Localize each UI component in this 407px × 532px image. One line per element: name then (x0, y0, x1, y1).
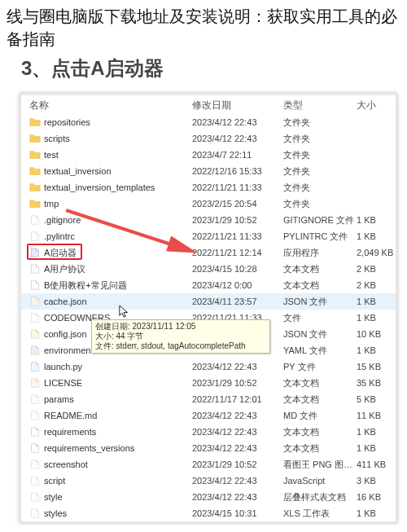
json-icon (29, 296, 41, 307)
file-name: textual_inversion (44, 166, 112, 176)
file-row[interactable]: screenshot 2023/1/29 10:52 看图王 PNG 图片… 4… (21, 456, 396, 473)
folder-icon (29, 117, 41, 128)
file-list: repositories 2023/4/12 22:43 文件夹 scripts… (21, 114, 396, 521)
file-row[interactable]: textual_inversion 2022/12/16 15:33 文件夹 (21, 163, 396, 179)
file-row[interactable]: scripts 2023/4/12 22:43 文件夹 (21, 130, 396, 147)
file-icon (29, 508, 41, 519)
file-type: YAML 文件 (283, 345, 357, 357)
file-name: requirements (44, 427, 96, 437)
file-size: 35 KB (357, 378, 397, 388)
file-name: .pylintrc (44, 231, 75, 241)
file-type: 文件夹 (283, 182, 357, 194)
file-icon (29, 459, 41, 470)
file-row[interactable]: params 2022/11/17 12:01 文本文档 5 KB (21, 391, 396, 407)
file-row[interactable]: script 2023/4/12 22:43 JavaScript 3 KB (21, 473, 396, 489)
col-header-size[interactable]: 大小 (357, 99, 391, 112)
file-row[interactable]: style 2023/4/12 22:43 层叠样式表文档 16 KB (21, 489, 396, 505)
file-date: 2023/4/15 10:28 (192, 264, 283, 274)
col-header-date[interactable]: 修改日期 (192, 99, 283, 112)
file-type: 文本文档 (283, 426, 357, 438)
file-row[interactable]: README.md 2023/4/12 22:43 MD 文件 11 KB (21, 407, 396, 424)
file-size: 11 KB (357, 411, 397, 420)
file-size: 2 KB (357, 280, 392, 290)
file-type: GITIGNORE 文件 (283, 214, 357, 226)
file-type: 看图王 PNG 图片… (283, 459, 357, 471)
file-size: 411 KB (357, 459, 399, 469)
explorer-window: 名称 修改日期 类型 大小 repositories 2023/4/12 22:… (18, 91, 399, 525)
file-name: textual_inversion_templates (44, 182, 155, 192)
file-name: launch.py (44, 362, 82, 372)
file-icon (29, 491, 41, 503)
file-type: 文本文档 (283, 279, 357, 292)
column-header-row: 名称 修改日期 类型 大小 (21, 95, 396, 114)
file-name: A启动器 (44, 247, 77, 259)
file-type: JSON 文件 (283, 296, 357, 308)
file-date: 2023/4/12 22:43 (192, 362, 283, 372)
file-row[interactable]: A用户协议 2023/4/15 10:28 文本文档 2 KB (21, 261, 396, 277)
file-name: test (44, 150, 59, 160)
col-header-name[interactable]: 名称 (29, 99, 192, 112)
file-row[interactable]: config.json 2023/4/12 22:43 JSON 文件 10 K… (21, 326, 396, 342)
file-row[interactable]: B使用教程+常见问题 2023/4/12 0:00 文本文档 2 KB (21, 277, 396, 293)
file-row[interactable]: styles 2023/4/15 10:31 XLS 工作表 1 KB (21, 505, 396, 521)
file-row[interactable]: A启动器 2022/11/21 12:14 应用程序 2,049 KB (21, 244, 396, 261)
file-type: 文件夹 (283, 149, 357, 161)
file-date: 2023/4/11 23:57 (192, 297, 283, 306)
file-row[interactable]: requirements_versions 2023/4/12 22:43 文本… (21, 440, 396, 456)
file-size: 1 KB (357, 508, 392, 518)
file-icon (29, 394, 41, 405)
file-name: B使用教程+常见问题 (44, 279, 127, 292)
file-type: XLS 工作表 (283, 508, 357, 520)
file-date: 2022/11/21 11:33 (192, 313, 283, 323)
file-row[interactable]: cache.json 2023/4/11 23:57 JSON 文件 1 KB (21, 293, 396, 310)
folder-icon (29, 165, 41, 177)
txt-icon (29, 442, 41, 454)
file-size: 10 KB (357, 329, 397, 339)
folder-icon (29, 182, 41, 193)
file-row[interactable]: requirements 2023/4/12 22:43 文本文档 1 KB (21, 424, 396, 440)
file-row[interactable]: LICENSE 2023/1/29 10:52 文本文档 35 KB (21, 375, 396, 391)
col-header-type[interactable]: 类型 (283, 99, 357, 112)
file-date: 2022/11/17 12:01 (192, 394, 283, 404)
file-name: environment-… (44, 345, 105, 355)
file-type: MD 文件 (283, 410, 357, 422)
file-name: config.json (44, 329, 87, 339)
txt-icon (29, 279, 41, 291)
file-row[interactable]: .gitignore 2023/1/29 10:52 GITIGNORE 文件 … (21, 212, 396, 228)
file-type: JavaScript (283, 476, 357, 486)
file-type: 文件夹 (283, 198, 357, 210)
file-type: JSON 文件 (283, 328, 357, 341)
file-date: 2023/1/29 10:52 (192, 459, 283, 469)
file-name: CODEOWNERS (44, 313, 110, 323)
file-row[interactable]: textual_inversion_templates 2022/11/21 1… (21, 179, 396, 196)
file-icon (29, 214, 41, 226)
folder-icon (29, 133, 41, 144)
file-name: requirements_versions (44, 443, 134, 453)
txt-icon (29, 426, 41, 437)
file-row[interactable]: .pylintrc 2022/11/21 11:33 PYLINTRC 文件 1… (21, 228, 396, 244)
exe-icon (29, 247, 41, 258)
file-size: 3 KB (357, 476, 392, 486)
file-icon (29, 312, 41, 323)
file-date: 2023/1/29 10:52 (192, 215, 283, 225)
file-row[interactable]: launch.py 2023/4/12 22:43 PY 文件 15 KB (21, 358, 396, 375)
file-date: 2023/4/12 22:43 (192, 134, 283, 143)
file-date: 2023/4/12 22:43 (192, 329, 283, 339)
file-size: 1 KB (357, 231, 392, 241)
file-size: 1 KB (357, 443, 392, 453)
file-icon (29, 475, 41, 486)
file-row[interactable]: test 2023/4/7 22:11 文件夹 (21, 147, 396, 163)
file-date: 2023/4/12 22:43 (192, 411, 283, 420)
file-date: 2023/4/12 22:43 (192, 443, 283, 453)
file-type: 应用程序 (283, 247, 357, 259)
file-name: script (44, 476, 65, 486)
file-name: README.md (44, 411, 97, 420)
file-row[interactable]: tmp 2023/2/15 20:54 文件夹 (21, 196, 396, 212)
file-type: PY 文件 (283, 361, 357, 373)
file-row[interactable]: repositories 2023/4/12 22:43 文件夹 (21, 114, 396, 130)
file-size: 2,049 KB (357, 248, 399, 257)
file-row[interactable]: environment-… 2023/1/29 10:52 YAML 文件 1 … (21, 342, 396, 358)
file-row[interactable]: CODEOWNERS 2022/11/21 11:33 文件 1 KB (21, 310, 396, 326)
file-date: 2023/4/12 22:43 (192, 492, 283, 502)
file-name: LICENSE (44, 378, 82, 388)
